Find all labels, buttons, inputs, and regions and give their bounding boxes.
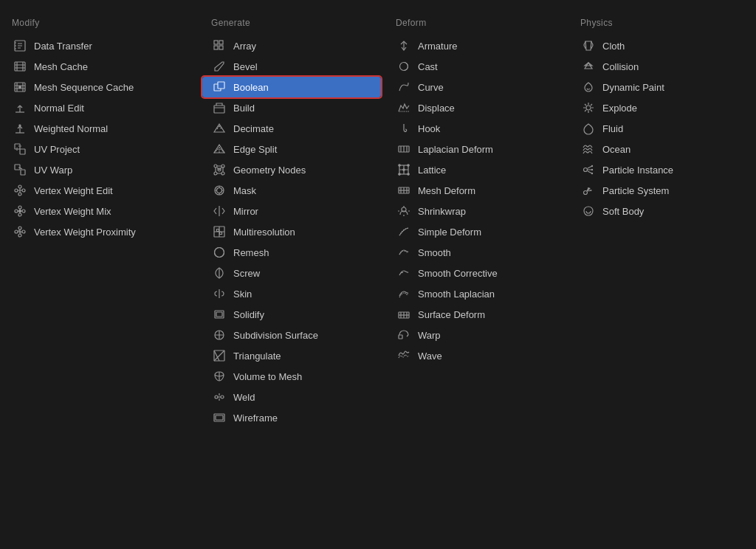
svg-point-15: [18, 206, 21, 209]
item-volume-to-mesh[interactable]: Volume to Mesh: [202, 366, 381, 387]
item-label: Shrinkwrap: [418, 206, 466, 217]
svg-point-12: [18, 193, 21, 196]
item-warp[interactable]: Warp: [387, 325, 566, 345]
svg-rect-39: [216, 312, 222, 317]
screw-icon: [213, 266, 226, 280]
svg-point-29: [214, 165, 217, 168]
svg-point-35: [217, 188, 222, 193]
item-cast[interactable]: Cast: [387, 56, 566, 77]
svg-point-11: [18, 185, 21, 188]
svg-rect-57: [399, 335, 402, 339]
item-label: Data Transfer: [34, 41, 92, 52]
item-label: Geometry Nodes: [233, 165, 306, 176]
item-mirror[interactable]: Mirror: [202, 201, 381, 221]
item-label: Decimate: [233, 123, 274, 134]
item-weighted-normal[interactable]: Weighted Normal: [3, 118, 196, 139]
item-fluid[interactable]: Fluid: [571, 118, 735, 139]
item-mask[interactable]: Mask: [202, 180, 381, 201]
item-mesh-deform[interactable]: Mesh Deform: [387, 180, 566, 201]
svg-point-53: [403, 169, 405, 170]
item-label: UV Warp: [34, 165, 72, 176]
item-label: Particle Instance: [602, 165, 673, 176]
item-explode[interactable]: Explode: [571, 97, 735, 118]
item-surface-deform[interactable]: Surface Deform: [387, 304, 566, 325]
item-screw[interactable]: Screw: [202, 263, 381, 283]
item-label: Weld: [233, 392, 255, 403]
item-edge-split[interactable]: Edge Split: [202, 139, 381, 159]
build-icon: [213, 101, 226, 114]
mesh-sequence-cache-icon: [13, 80, 27, 94]
item-label: Mesh Cache: [34, 61, 88, 72]
item-soft-body[interactable]: Soft Body: [571, 201, 735, 221]
item-label: Boolean: [233, 82, 269, 93]
svg-rect-1: [15, 62, 25, 71]
svg-point-58: [586, 106, 591, 110]
item-smooth-laplacian[interactable]: Smooth Laplacian: [387, 283, 566, 304]
item-vertex-weight-mix[interactable]: Vertex Weight Mix: [3, 201, 196, 221]
item-label: Solidify: [233, 309, 264, 320]
item-weld[interactable]: Weld: [202, 387, 381, 407]
item-mesh-sequence-cache[interactable]: Mesh Sequence Cache: [3, 77, 196, 97]
edge-split-icon: [213, 142, 226, 156]
item-geometry-nodes[interactable]: Geometry Nodes: [202, 159, 381, 180]
item-ocean[interactable]: Ocean: [571, 139, 735, 159]
item-collision[interactable]: Collision: [571, 56, 735, 77]
svg-point-51: [399, 173, 400, 175]
svg-point-60: [591, 165, 593, 167]
item-multiresolution[interactable]: Multiresolution: [202, 221, 381, 242]
triangulate-icon: [213, 349, 226, 362]
svg-point-65: [589, 188, 591, 190]
item-label: Build: [233, 103, 255, 114]
soft-body-icon: [582, 204, 595, 218]
item-solidify[interactable]: Solidify: [202, 304, 381, 325]
item-displace[interactable]: Displace: [387, 97, 566, 118]
item-vertex-weight-edit[interactable]: Vertex Weight Edit: [3, 180, 196, 201]
item-hook[interactable]: Hook: [387, 118, 566, 139]
item-boolean[interactable]: Boolean: [202, 77, 381, 97]
geometry-nodes-icon: [213, 163, 226, 176]
item-armature[interactable]: Armature: [387, 35, 566, 56]
item-normal-edit[interactable]: Normal Edit: [3, 97, 196, 118]
item-array[interactable]: Array: [202, 35, 381, 56]
item-label: Bevel: [233, 61, 258, 72]
item-wave[interactable]: Wave: [387, 345, 566, 366]
item-shrinkwrap[interactable]: Shrinkwrap: [387, 201, 566, 221]
item-smooth[interactable]: Smooth: [387, 242, 566, 263]
item-bevel[interactable]: Bevel: [202, 56, 381, 77]
item-particle-instance[interactable]: Particle Instance: [571, 159, 735, 180]
item-laplacian-deform[interactable]: Laplacian Deform: [387, 139, 566, 159]
wireframe-icon: [213, 411, 226, 424]
collision-icon: [582, 60, 595, 73]
svg-point-14: [22, 210, 25, 213]
item-lattice[interactable]: Lattice: [387, 159, 566, 180]
item-cloth[interactable]: Cloth: [571, 35, 735, 56]
item-simple-deform[interactable]: Simple Deform: [387, 221, 566, 242]
item-smooth-corrective[interactable]: Smooth Corrective: [387, 263, 566, 283]
item-subdivision-surface[interactable]: Subdivision Surface: [202, 325, 381, 345]
item-label: Wireframe: [233, 412, 278, 424]
item-dynamic-paint[interactable]: Dynamic Paint: [571, 77, 735, 97]
item-decimate[interactable]: Decimate: [202, 118, 381, 139]
item-label: Dynamic Paint: [602, 82, 664, 93]
smooth-laplacian-icon: [397, 287, 410, 300]
item-uv-warp[interactable]: UV Warp: [3, 159, 196, 180]
item-skin[interactable]: Skin: [202, 283, 381, 304]
item-vertex-weight-proximity[interactable]: Vertex Weight Proximity: [3, 221, 196, 242]
data-transfer-icon: [13, 39, 27, 52]
smooth-corrective-icon: [397, 266, 410, 280]
modify-header: Modify: [0, 13, 199, 35]
item-uv-project[interactable]: UV Project: [3, 139, 196, 159]
shrinkwrap-icon: [397, 204, 410, 218]
item-curve[interactable]: Curve: [387, 77, 566, 97]
item-wireframe[interactable]: Wireframe: [202, 407, 381, 428]
item-build[interactable]: Build: [202, 97, 381, 118]
physics-column: Physics Cloth Collision: [568, 7, 738, 542]
svg-rect-24: [214, 46, 218, 49]
item-remesh[interactable]: Remesh: [202, 242, 381, 263]
item-data-transfer[interactable]: Data Transfer: [3, 35, 196, 56]
item-particle-system[interactable]: Particle System: [571, 180, 735, 201]
item-label: UV Project: [34, 144, 80, 155]
item-mesh-cache[interactable]: Mesh Cache: [3, 56, 196, 77]
svg-rect-28: [214, 106, 224, 113]
item-triangulate[interactable]: Triangulate: [202, 345, 381, 366]
